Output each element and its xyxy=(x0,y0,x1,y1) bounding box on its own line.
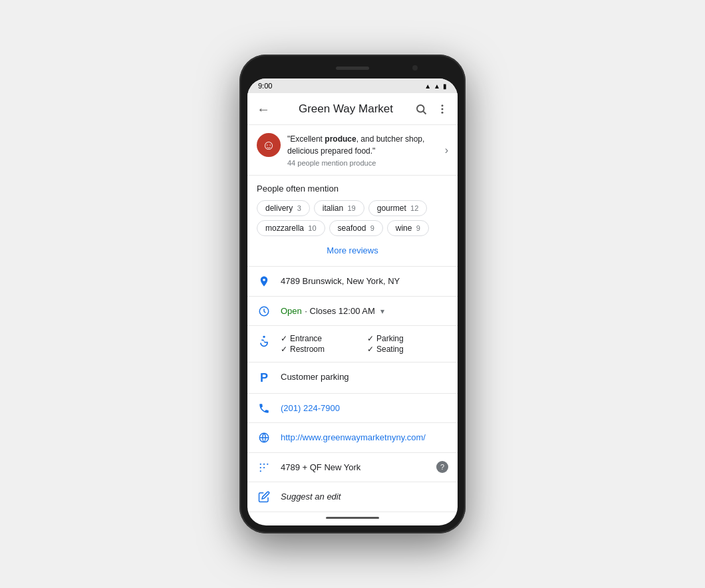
phone-frame: 9:00 ▲ ▲ ▮ ← Green Way Market xyxy=(239,55,466,533)
home-indicator xyxy=(326,517,379,519)
hours-row[interactable]: Open · Closes 12:00 AM ▾ xyxy=(247,297,458,326)
suggest-edit-text: Suggest an edit xyxy=(281,490,448,504)
svg-point-0 xyxy=(417,105,424,112)
hours-chevron[interactable]: ▾ xyxy=(380,307,384,316)
parking-item: ✓ Parking xyxy=(367,334,448,343)
battery-icon: ▮ xyxy=(443,82,447,90)
app-bar: ← Green Way Market xyxy=(247,93,458,125)
svg-point-10 xyxy=(263,463,265,464)
closes-text: · Closes 12:00 AM xyxy=(305,306,375,316)
svg-point-11 xyxy=(260,466,261,468)
svg-point-9 xyxy=(260,463,261,464)
tag-mozzarella[interactable]: mozzarella 10 xyxy=(257,220,325,236)
svg-point-4 xyxy=(442,112,444,114)
review-meta: 44 people mention produce xyxy=(287,159,438,167)
dots-icon xyxy=(257,461,271,474)
scroll-content[interactable]: ☺ "Excellent produce, and butcher shop, … xyxy=(247,125,458,512)
status-icons: ▲ ▲ ▮ xyxy=(424,82,447,90)
tag-delivery[interactable]: delivery 3 xyxy=(257,200,310,216)
status-time: 9:00 xyxy=(258,82,272,90)
speaker xyxy=(336,67,369,70)
review-text: "Excellent produce, and butcher shop, de… xyxy=(287,133,438,157)
status-bar: 9:00 ▲ ▲ ▮ xyxy=(247,78,458,93)
location-icon xyxy=(257,275,271,287)
plus-code-row: 4789 + QF New York ? xyxy=(247,453,458,483)
accessibility-icon xyxy=(257,334,271,348)
avatar: ☺ xyxy=(257,133,281,157)
phone-number: (201) 224-7900 xyxy=(281,402,448,415)
svg-point-3 xyxy=(442,108,444,110)
svg-point-13 xyxy=(260,470,261,472)
search-icon[interactable] xyxy=(415,102,427,116)
phone-screen: 9:00 ▲ ▲ ▮ ← Green Way Market xyxy=(247,78,458,525)
hours-content: Open · Closes 12:00 AM ▾ xyxy=(281,305,448,317)
entrance-item: ✓ Entrance xyxy=(281,334,362,343)
website-row[interactable]: http://www.greenwaymarketnyny.com/ xyxy=(247,423,458,453)
seating-item: ✓ Seating xyxy=(367,345,448,354)
people-mention-title: People often mention xyxy=(257,184,448,194)
app-title: Green Way Market xyxy=(277,102,415,116)
address-content: 4789 Brunswick, New York, NY xyxy=(281,275,448,288)
plus-code-content: 4789 + QF New York xyxy=(281,461,427,474)
seating-label: Seating xyxy=(376,345,404,354)
app-actions xyxy=(415,102,448,116)
phone-icon xyxy=(257,402,271,414)
tag-wine[interactable]: wine 9 xyxy=(387,220,429,236)
tag-seafood[interactable]: seafood 9 xyxy=(329,220,383,236)
svg-point-14 xyxy=(267,463,268,464)
parking-p-icon: P xyxy=(257,370,271,385)
open-status: Open xyxy=(281,306,302,316)
review-arrow[interactable]: › xyxy=(445,144,448,156)
accessibility-grid: ✓ Entrance ✓ Parking ✓ Restroom ✓ xyxy=(281,334,448,354)
plus-code-text: 4789 + QF New York xyxy=(281,461,427,474)
parking-content: Customer parking xyxy=(281,370,448,384)
address-text: 4789 Brunswick, New York, NY xyxy=(281,275,448,288)
tags-section: People often mention delivery 3 italian … xyxy=(247,176,458,267)
suggest-edit-row[interactable]: Suggest an edit xyxy=(247,482,458,512)
parking-label: Parking xyxy=(376,334,404,343)
suggest-edit-content: Suggest an edit xyxy=(281,490,448,504)
clock-icon xyxy=(257,305,271,317)
review-section: ☺ "Excellent produce, and butcher shop, … xyxy=(247,125,458,176)
accessibility-row: ✓ Entrance ✓ Parking ✓ Restroom ✓ xyxy=(247,326,458,363)
phone-top xyxy=(247,63,458,77)
svg-point-2 xyxy=(442,105,444,107)
phone-bottom xyxy=(247,512,458,525)
restroom-item: ✓ Restroom xyxy=(281,345,362,354)
parking-row: P Customer parking xyxy=(247,363,458,394)
phone-content: (201) 224-7900 xyxy=(281,402,448,415)
signal-icon: ▲ xyxy=(434,82,440,90)
wifi-icon: ▲ xyxy=(424,82,431,90)
tags-row-2: mozzarella 10 seafood 9 wine 9 xyxy=(257,220,448,236)
svg-point-12 xyxy=(263,466,265,468)
parking-text: Customer parking xyxy=(281,370,448,384)
tags-row-1: delivery 3 italian 19 gourmet 12 xyxy=(257,200,448,216)
accessibility-content: ✓ Entrance ✓ Parking ✓ Restroom ✓ xyxy=(281,334,448,354)
svg-line-1 xyxy=(423,112,426,114)
pencil-icon xyxy=(257,490,271,503)
tag-italian[interactable]: italian 19 xyxy=(314,200,364,216)
more-icon[interactable] xyxy=(436,102,448,116)
website-url: http://www.greenwaymarketnyny.com/ xyxy=(281,431,448,444)
phone-row[interactable]: (201) 224-7900 xyxy=(247,394,458,424)
question-icon[interactable]: ? xyxy=(436,461,448,473)
camera xyxy=(412,65,418,71)
tag-gourmet[interactable]: gourmet 12 xyxy=(368,200,428,216)
more-reviews-link[interactable]: More reviews xyxy=(257,240,448,258)
restroom-label: Restroom xyxy=(290,345,325,354)
address-row: 4789 Brunswick, New York, NY xyxy=(247,267,458,297)
avatar-icon: ☺ xyxy=(262,138,275,152)
entrance-label: Entrance xyxy=(290,334,322,343)
review-content: "Excellent produce, and butcher shop, de… xyxy=(287,133,438,167)
back-button[interactable]: ← xyxy=(257,102,270,116)
svg-point-6 xyxy=(263,335,265,337)
globe-icon xyxy=(257,431,271,444)
website-content: http://www.greenwaymarketnyny.com/ xyxy=(281,431,448,444)
